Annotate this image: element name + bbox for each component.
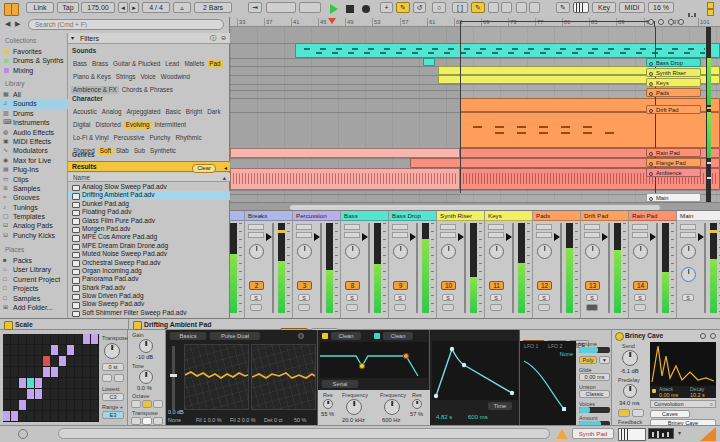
gain-macro-knob[interactable] xyxy=(139,339,153,353)
glide-value[interactable]: 0.00 ms xyxy=(579,373,610,381)
routing-box[interactable] xyxy=(584,232,600,238)
tempo-field[interactable]: 175.00 xyxy=(81,2,115,13)
reverb-hot-swap-icon[interactable] xyxy=(710,333,716,339)
filter-tag[interactable]: Stab xyxy=(114,147,131,155)
pan-knob[interactable] xyxy=(393,244,408,259)
scale-cell[interactable] xyxy=(35,378,42,388)
env-decay-value[interactable]: 600 ms xyxy=(468,414,488,420)
wavetable-table-selector[interactable]: Pulse Dual xyxy=(210,332,260,340)
back-icon[interactable]: ◀ xyxy=(5,20,10,28)
volume-fader-handle[interactable] xyxy=(362,233,368,241)
predelay-knob[interactable] xyxy=(623,384,637,398)
track-header-chip[interactable]: Drift Pad xyxy=(646,105,701,114)
osc-param[interactable]: Fil 2 0.0 % xyxy=(230,417,255,423)
track-activator-button[interactable]: 11 xyxy=(489,281,504,290)
osc-param[interactable]: Fil 1 0.0 % xyxy=(196,417,221,423)
filter-tag[interactable]: Guitar & Plucked xyxy=(111,60,162,68)
filter-tag[interactable]: Evolving xyxy=(124,121,152,129)
voices-slider[interactable] xyxy=(579,407,610,413)
sidebar-item[interactable]: ▤ Plug-Ins xyxy=(0,165,68,174)
scale-option-button[interactable] xyxy=(114,374,124,382)
mixer-track-name[interactable]: Drift Pad xyxy=(581,211,628,221)
collection-item[interactable]: Mixing xyxy=(0,66,68,75)
help-circle-icon[interactable] xyxy=(18,429,28,439)
character-section-label[interactable]: Character xyxy=(72,95,103,102)
pan-knob[interactable] xyxy=(633,244,648,259)
info-icon[interactable]: ⓘ xyxy=(210,33,216,44)
sidebar-item[interactable]: ≋ Samples xyxy=(0,184,68,193)
file-item[interactable]: Shark Pad.adv xyxy=(68,284,230,292)
ir-attack-value[interactable]: 0.00 ms xyxy=(659,392,678,398)
filter1-type-selector[interactable]: Clean xyxy=(331,332,361,340)
arrangement-option-button[interactable] xyxy=(668,19,674,25)
track-header-chip[interactable]: Flange Pad xyxy=(646,158,701,167)
solo-button[interactable]: S xyxy=(394,294,406,301)
scale-cell[interactable] xyxy=(51,345,58,355)
capture-midi-button[interactable]: ○ xyxy=(432,2,446,13)
sub-gain-value[interactable]: 0.0 dB xyxy=(168,409,184,415)
filter-tag[interactable]: Bright xyxy=(184,108,204,116)
mixer-track-name[interactable]: Synth Riser xyxy=(437,211,484,221)
nudge-down-button[interactable]: ◂ xyxy=(118,2,128,13)
mini-keyboard-widget[interactable] xyxy=(618,428,646,441)
track-header-chip[interactable]: Rain Pad xyxy=(646,148,701,157)
sidebar-item[interactable]: ♪ Tunings xyxy=(0,203,68,212)
sidebar-item[interactable]: ◍ Audio Effects xyxy=(0,128,68,137)
pan-knob[interactable] xyxy=(585,244,600,259)
pen-icon[interactable]: ✎ xyxy=(556,2,570,13)
routing-box[interactable] xyxy=(248,224,264,230)
loop-toggle[interactable]: [ ] xyxy=(452,2,468,13)
filter1-toggle[interactable] xyxy=(322,333,328,339)
record-button[interactable] xyxy=(362,5,370,13)
scale-cell[interactable] xyxy=(19,400,26,410)
forward-icon[interactable]: ▶ xyxy=(15,20,20,28)
clip[interactable] xyxy=(460,112,720,148)
wavetable-category-selector[interactable]: Basics xyxy=(170,332,206,340)
stop-button[interactable] xyxy=(346,5,354,13)
sidebar-item[interactable]: ▭ Clips xyxy=(0,175,68,184)
file-item[interactable]: Orchestral Sweep Pad.adv xyxy=(68,259,230,267)
track-header-chip[interactable]: Ambience xyxy=(646,168,701,177)
volume-fader-handle[interactable] xyxy=(458,233,464,241)
pan-knob[interactable] xyxy=(249,244,264,259)
res2-knob[interactable] xyxy=(412,399,422,409)
track-activator-button[interactable]: 13 xyxy=(585,281,600,290)
solo-button[interactable]: S xyxy=(682,294,694,301)
sidebar-item[interactable]: ∿ Modulators xyxy=(0,146,68,155)
rack-title[interactable]: Drifting Ambient Pad xyxy=(144,321,211,328)
scale-cell[interactable] xyxy=(91,334,98,344)
sidebar-item[interactable]: ■ Packs xyxy=(0,256,68,265)
pan-knob[interactable] xyxy=(345,244,360,259)
file-item[interactable]: Muted Noise Sweep Pad.adv xyxy=(68,250,230,258)
file-item[interactable]: MPE Cos Amore Pad.adg xyxy=(68,233,230,241)
wavetable-display-2[interactable] xyxy=(251,344,316,410)
filter-tag[interactable]: Percussive xyxy=(112,134,147,142)
file-item[interactable]: Floating Pad.adv xyxy=(68,208,230,216)
track-header-chip[interactable]: Pads xyxy=(646,88,701,97)
locator-marker[interactable] xyxy=(328,18,336,24)
device-activator[interactable] xyxy=(4,321,13,330)
mode-button[interactable] xyxy=(529,2,540,13)
reverb-title[interactable]: Briney Cave xyxy=(625,332,663,339)
time-signature-field[interactable]: 4 / 4 xyxy=(142,2,170,13)
pan-knob[interactable] xyxy=(681,244,696,259)
solo-button[interactable]: S xyxy=(490,294,502,301)
routing-box[interactable] xyxy=(392,232,408,238)
volume-fader-handle[interactable] xyxy=(602,233,608,241)
scale-cell[interactable] xyxy=(27,389,34,399)
filter2-type-selector[interactable]: Clean xyxy=(383,332,413,340)
routing-box[interactable] xyxy=(680,224,696,230)
sidebar-item[interactable]: ⌨ Instruments xyxy=(0,118,68,127)
collection-item[interactable]: Drums & Synths xyxy=(0,56,68,65)
mixer-track-name[interactable]: Main xyxy=(677,211,720,221)
sidebar-item[interactable]: ≈ Grooves xyxy=(0,193,68,202)
solo-button[interactable]: S xyxy=(586,294,598,301)
arm-button[interactable] xyxy=(394,304,406,311)
scale-grid[interactable] xyxy=(3,334,99,422)
scale-cell[interactable] xyxy=(19,378,26,388)
warning-track-chip[interactable]: Synth Pad xyxy=(572,428,614,439)
arrangement-option-button[interactable] xyxy=(648,19,654,25)
transpose-switch[interactable] xyxy=(142,417,152,425)
routing-box[interactable] xyxy=(392,224,408,230)
solo-button[interactable]: S xyxy=(298,294,310,301)
